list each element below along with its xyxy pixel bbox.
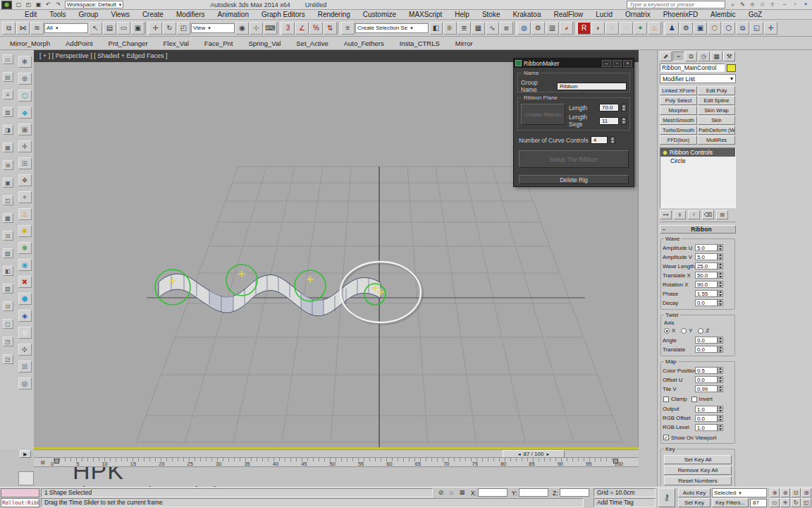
communication-icon[interactable]: ✎ <box>738 1 747 8</box>
plugin-icon[interactable]: ◌ <box>620 22 633 35</box>
check-box[interactable] <box>691 397 697 402</box>
map-checkbox[interactable]: Invert <box>691 395 713 403</box>
rig-script-icon[interactable]: ⊕ <box>18 73 32 85</box>
select-and-manipulate-icon[interactable]: ⊹ <box>250 22 263 35</box>
current-frame-field[interactable]: 87 <box>750 499 767 507</box>
bind-to-space-warp-icon[interactable]: ≋ <box>30 22 44 35</box>
selection-filter-dropdown[interactable]: All <box>44 23 88 33</box>
field-value[interactable]: 0.5 <box>695 367 718 374</box>
dock-tool-icon[interactable]: ◫ <box>3 195 13 205</box>
field-value[interactable]: 5.0 <box>695 253 718 260</box>
field-value[interactable]: 0.0 <box>695 337 718 344</box>
menu-item[interactable]: MAXScript <box>402 10 448 19</box>
search-icon[interactable]: ⌕ <box>728 1 737 8</box>
search-input[interactable] <box>627 1 725 8</box>
script-button[interactable]: Flex_Val <box>164 40 189 47</box>
key-action-button[interactable]: Set Key All <box>664 455 732 464</box>
stack-entry[interactable]: Circle <box>660 157 735 165</box>
remove-modifier-icon[interactable]: ⌫ <box>702 210 714 219</box>
reference-coordinate-dropdown[interactable]: View <box>191 23 235 33</box>
app-logo-icon[interactable]: ❋ <box>1 1 12 9</box>
rig-script-icon[interactable]: ✹ <box>18 225 32 237</box>
menu-item[interactable]: PhoenixFD <box>657 10 704 19</box>
field-value[interactable]: 1.55 <box>695 290 718 297</box>
modifier-button[interactable]: MultiRes <box>698 135 735 145</box>
menu-item[interactable]: Krakatoa <box>506 10 547 19</box>
curve-controls-spinner[interactable] <box>610 136 615 144</box>
rig-script-icon[interactable]: ◈ <box>18 310 32 322</box>
spinner[interactable] <box>718 281 723 288</box>
layer-manager-icon[interactable]: ≣ <box>457 22 471 35</box>
key-marker-frame-0[interactable] <box>54 459 59 464</box>
mini-curve-editor-button[interactable]: ▶ <box>20 450 31 458</box>
delete-rig-button[interactable]: Delete Rig <box>519 175 629 184</box>
menu-item[interactable]: GoZ <box>742 10 768 19</box>
check-box[interactable]: ✓ <box>663 435 669 440</box>
align-icon[interactable]: ⊪ <box>443 22 457 35</box>
key-action-button[interactable]: Remove Key All <box>664 466 732 475</box>
field-value[interactable]: 25.0 <box>695 262 718 270</box>
key-filters-button[interactable]: Key Filters... <box>712 498 749 507</box>
restore-button[interactable]: ▫ <box>790 1 800 8</box>
dock-tool-icon[interactable]: ▭ <box>3 54 13 64</box>
auto-key-button[interactable]: Auto Key <box>678 488 710 497</box>
field-value[interactable]: 1.0 <box>695 406 718 413</box>
setup-ribbon-button[interactable]: Setup The Ribbon <box>519 150 629 168</box>
map-checkbox[interactable]: Clamp <box>663 395 687 403</box>
axis-radio[interactable]: Y <box>681 327 692 334</box>
length-spinner[interactable] <box>621 104 627 111</box>
set-keys-button[interactable]: ⚷ <box>658 488 675 507</box>
menu-item[interactable]: Alembic <box>704 10 742 19</box>
unlink-selection-icon[interactable]: ⋈ <box>16 22 30 35</box>
field-value[interactable]: 50.0 <box>695 272 718 279</box>
render-setup-icon[interactable]: ⚙ <box>531 22 545 35</box>
maxscript-listener-output[interactable]: Rollout:Ribb <box>1 498 39 507</box>
dock-tool-icon[interactable]: ≡ <box>3 90 13 99</box>
character-tool-icon[interactable]: ▣ <box>694 22 707 35</box>
length-input[interactable]: 70.0 <box>599 104 619 111</box>
dock-tool-icon[interactable]: ◧ <box>3 266 13 276</box>
ribbon-rollout-header[interactable]: − Ribbon <box>660 225 736 234</box>
select-by-name-icon[interactable]: ▤ <box>103 22 116 35</box>
plugin-icon[interactable]: ◌ <box>605 22 619 35</box>
check-box[interactable] <box>663 397 669 402</box>
open-file-icon[interactable]: ◰ <box>24 1 33 8</box>
material-editor-icon[interactable]: ◍ <box>517 22 531 35</box>
menu-item[interactable]: Customize <box>357 10 402 19</box>
field-value[interactable]: 1.0 <box>695 424 718 431</box>
select-and-scale-icon[interactable]: ◰ <box>177 22 190 35</box>
selection-lock-icon[interactable]: ⊘ <box>436 488 446 497</box>
script-button[interactable]: Auto_Fethers <box>344 40 384 47</box>
dock-tool-icon[interactable]: ▣ <box>3 178 13 188</box>
object-color-swatch[interactable] <box>727 64 736 72</box>
undo-icon[interactable]: ↶ <box>44 1 53 8</box>
forestpack-plugin-icon[interactable]: ◗ <box>591 22 605 35</box>
rig-script-icon[interactable]: ▣ <box>18 123 32 135</box>
rig-script-icon[interactable]: ✱ <box>18 56 32 68</box>
modifier-button[interactable]: Poly Select <box>660 96 697 105</box>
modifier-button[interactable]: Morpher <box>660 106 697 115</box>
menu-item[interactable]: Ornatrix <box>619 10 657 19</box>
rig-script-icon[interactable]: ⊞ <box>18 157 32 169</box>
tab-modify[interactable]: ⌁ <box>672 52 684 61</box>
rig-script-icon[interactable]: ❋ <box>18 242 32 254</box>
script-button[interactable]: Spring_Val <box>249 40 281 47</box>
close-button[interactable]: × <box>801 1 811 8</box>
dock-tool-icon[interactable]: ▤ <box>3 72 13 82</box>
workspace-dropdown[interactable]: Workspace: Default <box>65 1 123 8</box>
spinner[interactable] <box>718 262 723 270</box>
orbit-icon[interactable]: ↻ <box>791 498 801 507</box>
open-mini-curve-editor-icon[interactable]: ⊞ <box>38 459 47 466</box>
dialog-minimize-button[interactable]: – <box>602 60 611 67</box>
select-object-icon[interactable]: ↖ <box>89 22 102 35</box>
character-tool-icon[interactable]: ⚙ <box>679 22 693 35</box>
select-and-move-icon[interactable]: ✛ <box>149 22 162 35</box>
mirror-icon[interactable]: ◧ <box>429 22 443 35</box>
menu-item[interactable]: Create <box>136 10 170 19</box>
rendered-frame-icon[interactable]: ▥ <box>546 22 559 35</box>
show-end-result-icon[interactable]: ‖ <box>674 210 686 219</box>
make-unique-icon[interactable]: ⑂ <box>688 210 700 219</box>
modifier-button[interactable]: Linked XForm <box>660 86 697 95</box>
rect-selection-region-icon[interactable]: ▭ <box>117 22 130 35</box>
tab-hierarchy[interactable]: ⧉ <box>685 52 697 61</box>
